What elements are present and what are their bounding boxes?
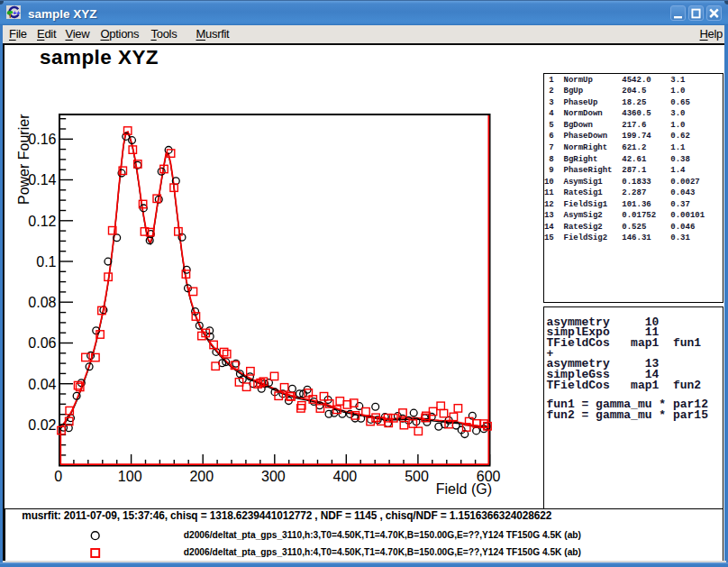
- svg-text:0: 0: [54, 469, 62, 484]
- svg-text:0.16: 0.16: [28, 132, 56, 147]
- svg-text:400: 400: [333, 469, 358, 484]
- svg-text:Power Fourier: Power Fourier: [16, 114, 32, 205]
- svg-text:0.1: 0.1: [36, 254, 56, 270]
- svg-text:500: 500: [405, 469, 429, 484]
- svg-text:0.12: 0.12: [28, 214, 56, 229]
- svg-text:200: 200: [189, 469, 214, 484]
- svg-text:0.06: 0.06: [28, 335, 56, 351]
- svg-text:Field (G): Field (G): [436, 481, 492, 497]
- svg-text:0.08: 0.08: [28, 295, 56, 310]
- svg-text:0.14: 0.14: [28, 172, 56, 187]
- svg-text:300: 300: [261, 469, 286, 484]
- svg-text:0.04: 0.04: [28, 377, 56, 392]
- svg-text:100: 100: [118, 469, 142, 484]
- svg-text:0.02: 0.02: [28, 417, 56, 433]
